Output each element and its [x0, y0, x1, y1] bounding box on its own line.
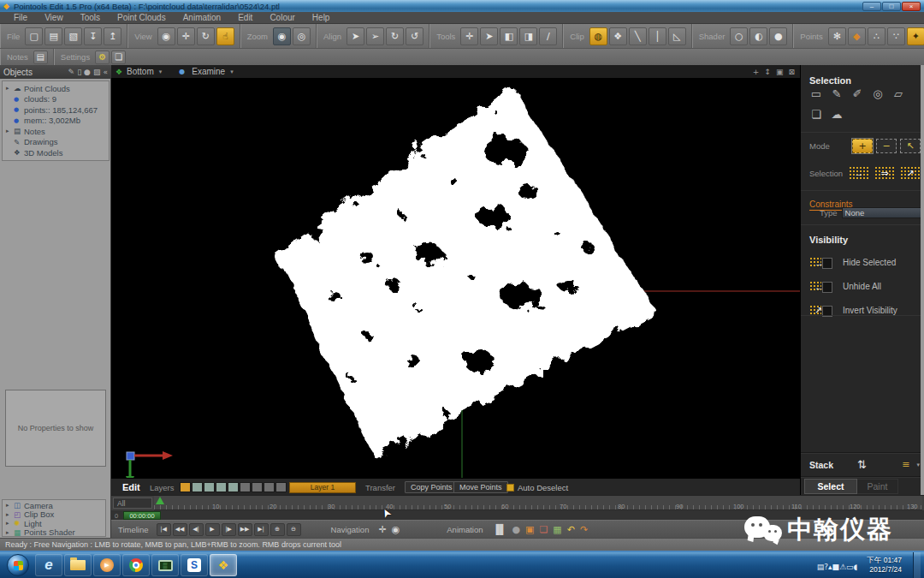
scrollbar[interactable] [921, 65, 924, 495]
align-cursor-icon[interactable]: ➤ [346, 27, 364, 45]
timeline-ruler-strip[interactable]: 102030405060708090100110120130 [154, 496, 922, 510]
view-direction-dropdown[interactable]: Bottom [127, 67, 154, 76]
minimize-button[interactable]: – [862, 2, 881, 11]
region-a-icon[interactable]: ◧ [500, 27, 518, 45]
select-object-icon[interactable]: ▨ [93, 68, 101, 76]
mode-subtract-button[interactable]: − [876, 139, 897, 153]
zoom-in-icon[interactable]: ◉ [273, 27, 291, 45]
close-button[interactable]: × [902, 2, 921, 11]
anim-film-icon[interactable]: ▣ [525, 524, 534, 535]
tree-item[interactable]: ▸ ☁ Point Clouds [3, 83, 109, 94]
stack-list-icon[interactable]: ≡ [902, 459, 909, 470]
pan-view-icon[interactable]: ✛ [177, 27, 195, 45]
tree-item[interactable]: ● mem:: 3,002Mb [3, 116, 109, 127]
copy-points-button[interactable]: Copy Points [405, 481, 459, 493]
layer-swatch[interactable] [240, 482, 251, 492]
tree-item[interactable]: ▸ ▤ Notes [3, 126, 109, 137]
menu-item[interactable]: Animation [175, 13, 229, 22]
delete-object-icon[interactable]: ▯ [77, 68, 81, 76]
add-note-icon[interactable]: ▤ [33, 51, 48, 64]
layer-swatch[interactable] [204, 482, 215, 492]
anim-export-icon[interactable]: ❏ [539, 524, 548, 535]
clip-box-icon[interactable]: ❖ [609, 27, 627, 45]
align-angle-icon[interactable]: ➢ [366, 27, 384, 45]
expander-icon[interactable]: ▸ [6, 502, 14, 509]
circle-select-icon[interactable]: ◎ [868, 86, 888, 102]
go-end-button[interactable]: ▶| [254, 523, 269, 536]
taskbar-internet-explorer[interactable]: e [35, 554, 62, 576]
active-layer-bar[interactable]: Layer 1 [289, 482, 356, 493]
anim-stop-icon[interactable]: ● [512, 524, 520, 535]
tree-item[interactable]: ● clouds: 9 [3, 94, 109, 105]
maximize-button[interactable]: □ [882, 2, 901, 11]
clip-toggle-icon[interactable]: ◍ [589, 27, 607, 45]
taskbar-chrome[interactable] [122, 554, 150, 576]
rotate-cw-icon[interactable]: ↻ [386, 27, 404, 45]
tree-item[interactable]: ✎ Drawings [3, 137, 109, 148]
new-file-icon[interactable]: ▢ [25, 27, 43, 45]
add-cloud-icon[interactable]: ☁ [826, 106, 847, 122]
zoom-nav-icon[interactable]: ◉ [392, 524, 400, 535]
timeline-all-box[interactable]: All [113, 498, 152, 509]
menu-item[interactable]: Point Clouds [109, 13, 175, 22]
menu-item[interactable]: Tools [72, 13, 109, 22]
scene-tree-item[interactable]: ▸ ◰ Clip Box [3, 510, 105, 520]
zoom-extents-icon[interactable]: ◉ [157, 27, 175, 45]
constraint-type-dropdown[interactable]: None ▾ [842, 207, 924, 218]
maximize-view-icon[interactable]: ▣ [776, 68, 784, 76]
taskbar-media-player[interactable]: ▶ [93, 554, 121, 576]
menu-item[interactable]: Colour [261, 13, 303, 22]
clip-plane-y-icon[interactable]: │ [649, 27, 666, 45]
layer-swatch[interactable] [275, 482, 287, 492]
layers-label[interactable]: Layers [150, 479, 175, 496]
layer-swatch[interactable] [252, 482, 263, 492]
scene-tree-item[interactable]: ▸ ✺ Light [3, 519, 105, 528]
undo-icon[interactable]: ↶ [567, 524, 575, 535]
glossy-shader-icon[interactable]: ● [769, 27, 787, 45]
expander-icon[interactable]: ▸ [6, 520, 14, 527]
edit-object-icon[interactable]: ✎ [68, 68, 75, 76]
stack-swap-icon[interactable]: ⇅ [857, 458, 867, 471]
move-selection-icon[interactable]: ⇒ [874, 166, 895, 180]
add-key-button[interactable]: ⊕ [270, 523, 285, 536]
expander-icon[interactable]: ▸ [6, 511, 14, 518]
dense-points-icon[interactable]: ∵ [887, 27, 905, 45]
paint-bucket-select-icon[interactable]: ❏ [806, 106, 826, 122]
chevron-down-icon[interactable]: ▾ [230, 69, 234, 75]
visibility-object-icon[interactable]: ● [84, 68, 91, 76]
region-b-icon[interactable]: ◨ [519, 27, 537, 45]
chevron-down-icon[interactable]: ▾ [916, 462, 920, 468]
rotate-ccw-icon[interactable]: ↺ [406, 27, 424, 45]
layer-swatch[interactable] [264, 482, 275, 492]
rect-select-icon[interactable]: ▭ [806, 86, 826, 102]
layer-swatch[interactable] [216, 482, 227, 492]
fill-bucket-icon[interactable]: ◆ [848, 27, 866, 45]
prev-key-button[interactable]: ◀◀ [173, 523, 187, 536]
expander-icon[interactable]: ▸ [6, 85, 14, 92]
intensity-icon[interactable]: ✦ [907, 27, 924, 45]
measure-icon[interactable]: ✛ [460, 27, 478, 45]
plane-select-icon[interactable]: ▱ [888, 86, 909, 102]
unhide-all-button[interactable]: ← Unhide All [809, 280, 924, 293]
layers-settings-icon[interactable]: ❏ [111, 51, 126, 64]
menu-item[interactable]: Edit [229, 13, 261, 22]
probe-icon[interactable]: ➤ [480, 27, 498, 45]
point-size-icon[interactable]: ✻ [828, 27, 846, 45]
auto-deselect-checkbox[interactable] [506, 484, 514, 492]
anim-play-icon[interactable]: ▐▌ [493, 524, 507, 535]
go-start-button[interactable]: |◀ [157, 523, 171, 536]
taskbar-pointools-active[interactable]: ❖ [210, 554, 237, 576]
flat-shader-icon[interactable]: ○ [730, 27, 748, 45]
taskbar-file-explorer[interactable] [64, 554, 92, 576]
save-file-icon[interactable]: ▧ [64, 27, 82, 45]
close-view-icon[interactable]: ⊠ [788, 68, 795, 76]
app-green-tray-icon[interactable]: ■ [832, 563, 840, 571]
next-key-button[interactable]: ▶▶ [238, 523, 252, 536]
tree-item[interactable]: ❖ 3D Models [3, 147, 109, 158]
gear-icon[interactable]: ⚙ [95, 51, 110, 64]
collapse-panel-icon[interactable]: « [103, 68, 108, 76]
volume-tray-icon[interactable]: ◖ [854, 563, 858, 571]
viewport-canvas[interactable] [111, 79, 800, 478]
orbit-view-icon[interactable]: ↻ [197, 27, 215, 45]
clip-plane-z-icon[interactable]: ◺ [668, 27, 686, 45]
